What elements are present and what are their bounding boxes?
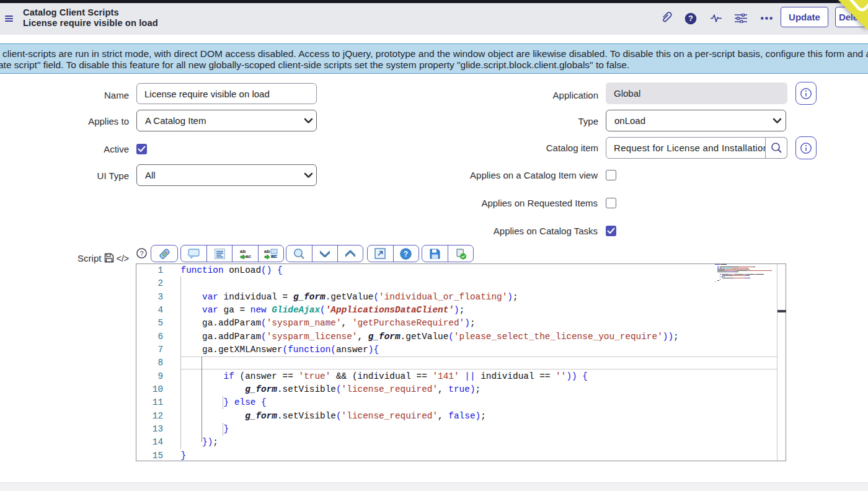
svg-text:?: ? [404,250,408,259]
svg-text:ac: ac [271,254,277,259]
svg-text:?: ? [140,250,143,257]
svg-text:?: ? [688,14,693,23]
svg-text:ac: ac [246,254,251,259]
svg-text:ab: ab [264,249,270,254]
